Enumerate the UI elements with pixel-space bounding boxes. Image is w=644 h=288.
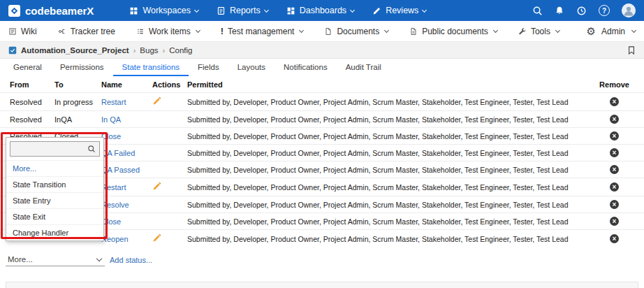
chevron-down-icon xyxy=(196,28,200,33)
app-logo[interactable]: codebeamerX xyxy=(8,5,94,17)
remove-transition-icon[interactable]: × xyxy=(610,234,619,243)
exclamation-icon: ! xyxy=(221,26,224,36)
tab-fields[interactable]: Fields xyxy=(189,59,228,76)
breadcrumb-separator: › xyxy=(133,46,136,55)
dropdown-item-state-entry[interactable]: State Entry xyxy=(6,192,103,208)
remove-transition-icon[interactable]: × xyxy=(610,200,619,209)
wiki-icon xyxy=(8,27,17,36)
edit-pencil-icon[interactable] xyxy=(152,233,161,243)
transition-name-cell: Close xyxy=(98,128,149,145)
chevron-down-icon xyxy=(493,28,498,33)
dropdown-item-state-transition[interactable]: State Transition xyxy=(6,176,103,192)
transition-name-link[interactable]: Close xyxy=(101,132,121,141)
nav-reviews[interactable]: Reviews xyxy=(363,0,435,21)
dropdown-search-box xyxy=(10,141,100,157)
remove-transition-icon[interactable]: × xyxy=(610,115,619,124)
transition-name-cell: Restart xyxy=(98,178,149,196)
tab-state-transitions[interactable]: State transitions xyxy=(113,59,189,76)
page: codebeamerX Workspaces Reports Dashboard… xyxy=(0,0,644,288)
gear-icon: ⚙ xyxy=(587,25,596,38)
toolbar-item-documents-label: Documents xyxy=(337,27,379,36)
tab-audit-trail[interactable]: Audit Trail xyxy=(337,59,390,76)
nav-workspaces[interactable]: Workspaces xyxy=(120,0,207,21)
transition-name-cell: Reopen xyxy=(98,230,149,248)
transition-name-link[interactable]: In QA xyxy=(101,115,121,124)
reviews-pencil-icon xyxy=(372,6,381,15)
transition-remove-cell: × xyxy=(585,161,644,178)
toolbar-item-wiki-label: Wiki xyxy=(21,27,37,36)
search-icon[interactable] xyxy=(532,6,543,16)
dropdown-search-input[interactable] xyxy=(14,145,87,153)
breadcrumb: Automation_Source_Project › Bugs › Confi… xyxy=(0,42,644,59)
tracker-tree-icon xyxy=(58,27,66,36)
remove-transition-icon[interactable]: × xyxy=(610,182,619,192)
remove-transition-icon[interactable]: × xyxy=(610,165,619,174)
chevron-down-icon xyxy=(555,28,560,33)
more-select[interactable]: More... xyxy=(6,254,105,266)
transition-name-link[interactable]: QA Passed xyxy=(101,166,140,174)
history-icon[interactable] xyxy=(576,6,587,16)
more-select-value: More... xyxy=(8,255,33,264)
transition-actions-cell xyxy=(149,128,184,145)
workflow-diagram-section-header[interactable]: Workflow diagram xyxy=(6,282,638,288)
transition-actions-cell xyxy=(149,230,184,248)
help-icon[interactable]: ? xyxy=(599,5,610,16)
admin-menu[interactable]: ⚙ Admin xyxy=(587,25,636,38)
edit-pencil-icon[interactable] xyxy=(152,96,161,106)
transition-actions-cell xyxy=(149,111,184,128)
transition-row: ResolvedInQAIn QASubmitted by, Developer… xyxy=(0,111,644,128)
transition-name-link[interactable]: Resolve xyxy=(101,201,129,209)
toolbar-item-tracker-tree[interactable]: Tracker tree xyxy=(58,27,115,36)
project-icon xyxy=(8,46,17,55)
toolbar-item-documents[interactable]: Documents xyxy=(324,27,388,36)
breadcrumb-tracker[interactable]: Bugs xyxy=(140,46,158,55)
dropdown-item-state-exit[interactable]: State Exit xyxy=(6,208,103,224)
workspaces-grid-icon xyxy=(129,6,138,15)
transition-name-cell: Restart xyxy=(98,93,149,111)
nav-reviews-label: Reviews xyxy=(386,6,418,15)
toolbar-item-work-items-label: Work items xyxy=(149,27,191,36)
tab-general[interactable]: General xyxy=(4,59,51,76)
transition-name-cell: Close xyxy=(98,213,149,230)
user-avatar[interactable] xyxy=(622,3,636,17)
transition-remove-cell: × xyxy=(585,93,644,111)
transition-permitted: Submitted by, Developer, Product Owner, … xyxy=(184,178,585,196)
public-documents-icon xyxy=(409,27,418,36)
transition-name-link[interactable]: Restart xyxy=(101,98,126,106)
transition-actions-cell xyxy=(149,161,184,178)
transition-permitted: Submitted by, Developer, Product Owner, … xyxy=(184,145,585,161)
project-toolbar: Wiki Tracker tree Work items ! Test mana… xyxy=(0,21,644,42)
remove-transition-icon[interactable]: × xyxy=(610,131,619,141)
dropdown-item-change-handler[interactable]: Change Handler xyxy=(6,224,103,240)
transition-name-link[interactable]: Restart xyxy=(101,183,126,192)
remove-transition-icon[interactable]: × xyxy=(610,97,619,106)
toolbar-item-work-items[interactable]: Work items xyxy=(136,27,200,36)
toolbar-item-public-documents-label: Public documents xyxy=(422,27,488,36)
dashboards-icon xyxy=(286,6,295,15)
toolbar-item-wiki[interactable]: Wiki xyxy=(8,27,37,36)
toolbar-item-public-documents[interactable]: Public documents xyxy=(409,27,497,36)
add-status-link[interactable]: Add status... xyxy=(110,256,152,264)
nav-reports-label: Reports xyxy=(230,6,261,15)
toolbar-item-tools[interactable]: Tools xyxy=(518,27,559,36)
tab-permissions[interactable]: Permissions xyxy=(51,59,113,76)
toolbar-item-tools-label: Tools xyxy=(531,27,550,36)
transition-name-link[interactable]: QA Failed xyxy=(101,149,135,157)
notifications-bell-icon[interactable] xyxy=(555,6,564,16)
remove-transition-icon[interactable]: × xyxy=(610,217,619,226)
breadcrumb-project[interactable]: Automation_Source_Project xyxy=(8,46,129,55)
tab-notifications[interactable]: Notifications xyxy=(275,59,337,76)
transition-name-link[interactable]: Reopen xyxy=(101,235,129,243)
bookmark-icon[interactable] xyxy=(627,45,636,55)
toolbar-item-test-management[interactable]: ! Test management xyxy=(221,26,304,36)
chevron-down-icon xyxy=(422,7,427,12)
edit-pencil-icon[interactable] xyxy=(152,182,161,191)
chevron-down-icon xyxy=(631,28,636,33)
nav-reports[interactable]: Reports xyxy=(207,0,277,21)
dropdown-item-more[interactable]: More... xyxy=(6,160,103,176)
tab-layouts[interactable]: Layouts xyxy=(228,59,275,76)
transition-remove-cell: × xyxy=(585,230,644,248)
transition-name-link[interactable]: Close xyxy=(101,217,121,226)
remove-transition-icon[interactable]: × xyxy=(610,148,619,157)
nav-dashboards[interactable]: Dashboards xyxy=(277,0,363,21)
